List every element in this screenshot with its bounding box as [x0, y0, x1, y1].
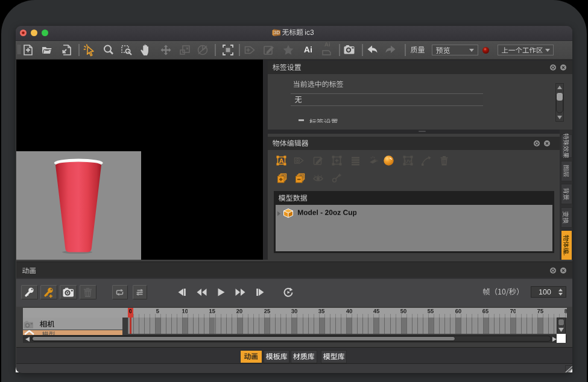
svg-text:A: A: [279, 157, 283, 164]
svg-text:UV: UV: [405, 158, 412, 164]
